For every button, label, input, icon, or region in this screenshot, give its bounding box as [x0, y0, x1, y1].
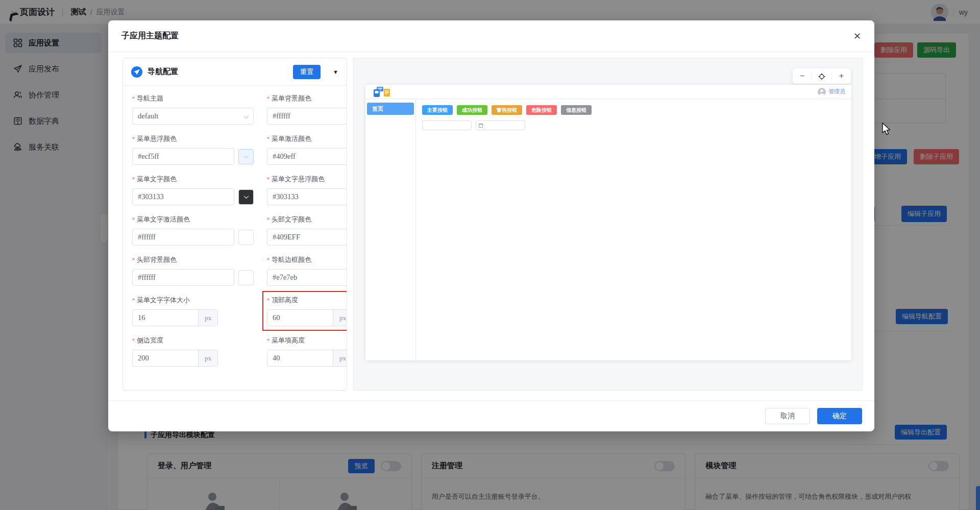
field-nav-theme: *导航主题 default: [132, 94, 254, 125]
color-swatch[interactable]: [238, 149, 254, 164]
preview-success-button[interactable]: 成功按钮: [457, 105, 487, 115]
field-menu-font-size: *菜单文字字体大小 px: [132, 296, 254, 326]
preview-menu-item-home[interactable]: 首页: [367, 103, 414, 115]
aim-icon: [818, 73, 825, 80]
field-top-height: *顶部高度 px: [267, 296, 347, 326]
zoom-in-button[interactable]: +: [832, 68, 851, 84]
field-header-text-color: *头部文字颜色: [267, 215, 347, 246]
menu-text-hover-color-input[interactable]: [267, 188, 347, 205]
zoom-out-button[interactable]: −: [793, 68, 812, 84]
field-menu-text-hover-color: *菜单文字悬浮颜色: [267, 175, 347, 205]
admin-label: 管理员: [828, 88, 845, 95]
mouse-cursor: [881, 123, 892, 136]
field-menu-active-color: *菜单激活颜色: [267, 134, 347, 165]
menu-bg-color-input[interactable]: [267, 108, 347, 125]
menu-text-active-color-input[interactable]: [132, 229, 234, 246]
color-swatch[interactable]: [238, 270, 254, 285]
theme-preview-panel: − + 管理员 首页: [353, 58, 863, 391]
reset-button[interactable]: 重置: [293, 65, 321, 79]
unit-label: px: [333, 350, 347, 366]
unit-label: px: [198, 310, 217, 326]
unit-label: px: [198, 350, 217, 366]
top-height-input[interactable]: [267, 310, 333, 326]
side-width-input[interactable]: [133, 350, 198, 366]
chevron-down-icon: [243, 193, 249, 199]
chevron-down-icon: [243, 153, 249, 158]
field-header-bg-color: *头部背景颜色: [132, 255, 254, 286]
field-nav-border-color: *导航边框颜色: [267, 255, 347, 286]
field-side-width: *侧边宽度 px: [132, 336, 254, 367]
field-menu-text-color: *菜单文字颜色: [132, 175, 254, 205]
preview-text-input[interactable]: [422, 120, 472, 130]
header-bg-color-input[interactable]: [132, 269, 234, 286]
modal-title: 子应用主题配置: [121, 31, 179, 41]
preview-danger-button[interactable]: 危险按钮: [526, 105, 557, 115]
preview-warning-button[interactable]: 警告按钮: [492, 105, 522, 115]
field-menu-bg-color: *菜单背景颜色: [267, 94, 347, 125]
nav-config-panel: 导航配置 重置 ▼ *导航主题 default *菜单背景颜色 *菜单悬浮颜色: [122, 58, 347, 391]
nav-border-color-input[interactable]: [267, 269, 347, 286]
preview-sidebar: 首页: [365, 99, 416, 360]
nav-config-title: 导航配置: [148, 67, 178, 77]
field-menu-hover-color: *菜单悬浮颜色: [132, 134, 254, 165]
preview-date-input[interactable]: [476, 120, 525, 130]
admin-avatar-icon: [818, 88, 826, 96]
color-swatch[interactable]: [238, 230, 254, 245]
nav-theme-select[interactable]: default: [132, 108, 254, 125]
collapse-caret-icon[interactable]: ▼: [333, 69, 338, 75]
nav-config-form: *导航主题 default *菜单背景颜色 *菜单悬浮颜色: [123, 86, 347, 375]
reset-zoom-button[interactable]: [812, 68, 831, 84]
color-swatch[interactable]: [238, 189, 254, 205]
theme-preview-window: 管理员 首页 主要按钮 成功按钮 警告按钮 危险按钮 信息按钮: [365, 85, 851, 360]
preview-info-button[interactable]: 信息按钮: [561, 105, 592, 115]
field-menu-item-height: *菜单项高度 px: [267, 336, 347, 367]
close-icon[interactable]: ✕: [853, 32, 861, 41]
menu-item-height-input[interactable]: [267, 350, 333, 366]
preview-primary-button[interactable]: 主要按钮: [422, 105, 453, 115]
menu-font-size-input[interactable]: [133, 310, 198, 326]
preview-zoom-toolbar: − +: [793, 68, 851, 84]
theme-config-modal: 子应用主题配置 ✕ 导航配置 重置 ▼ *导航主题 default *菜单背景颜…: [108, 20, 874, 431]
preview-content: 主要按钮 成功按钮 警告按钮 危险按钮 信息按钮: [416, 99, 851, 360]
preview-admin: 管理员: [818, 88, 845, 96]
nav-config-icon: [131, 66, 142, 78]
cancel-button[interactable]: 取消: [765, 408, 810, 424]
menu-hover-color-input[interactable]: [132, 148, 234, 165]
preview-logo: [372, 86, 394, 98]
header-text-color-input[interactable]: [267, 229, 347, 246]
menu-text-color-input[interactable]: [132, 188, 234, 205]
field-menu-text-active-color: *菜单文字激活颜色: [132, 215, 254, 246]
unit-label: px: [333, 310, 347, 326]
chevron-down-icon: [244, 114, 249, 119]
modal-footer: 取消 确定: [108, 400, 874, 431]
calendar-icon: [479, 124, 483, 128]
menu-active-color-input[interactable]: [267, 148, 347, 165]
confirm-button[interactable]: 确定: [817, 408, 862, 424]
